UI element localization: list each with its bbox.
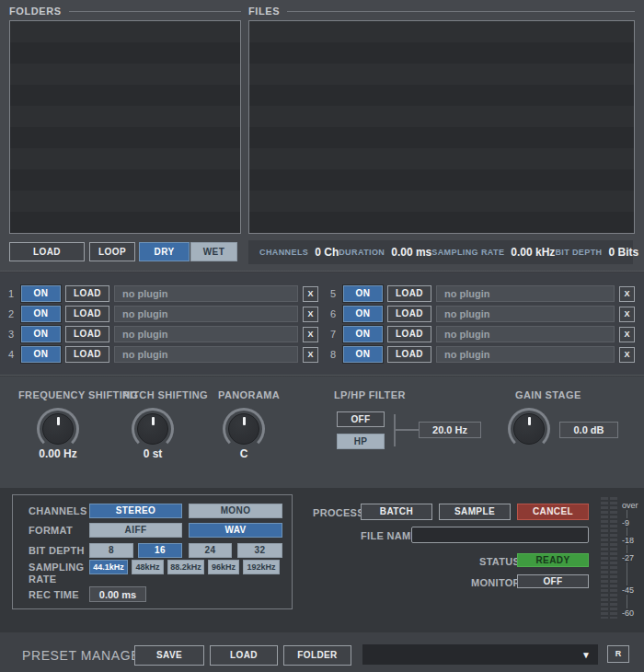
format-label: FORMAT <box>29 525 73 536</box>
plugin-name-field[interactable]: no plugin <box>436 346 615 363</box>
status-badge: READY <box>517 553 589 567</box>
plugin-name-field[interactable]: no plugin <box>114 326 298 342</box>
gain-stage-field[interactable]: 0.0 dB <box>559 422 618 438</box>
plugin-on-button[interactable]: ON <box>343 285 383 302</box>
rate-44-toggle[interactable]: 44.1kHz <box>89 560 128 574</box>
filter-hp-button[interactable]: HP <box>337 434 385 449</box>
plugin-remove-button[interactable]: X <box>619 327 635 342</box>
plugin-slot-number: 5 <box>328 288 339 299</box>
plugin-load-button[interactable]: LOAD <box>387 326 431 342</box>
plugin-remove-button[interactable]: X <box>303 286 318 302</box>
plugin-load-button[interactable]: LOAD <box>387 306 431 322</box>
preset-folder-button[interactable]: FOLDER <box>283 645 351 666</box>
plugin-remove-button[interactable]: X <box>619 286 635 302</box>
knob-body <box>513 413 545 445</box>
files-title: FILES <box>248 6 280 17</box>
files-list[interactable] <box>248 20 635 234</box>
stereo-toggle[interactable]: STEREO <box>89 504 182 518</box>
plugin-slot-number: 7 <box>328 329 339 340</box>
wet-toggle[interactable]: WET <box>190 242 237 261</box>
plugin-on-button[interactable]: ON <box>21 326 61 342</box>
plugin-on-button[interactable]: ON <box>343 346 383 363</box>
plugin-load-button[interactable]: LOAD <box>65 306 109 322</box>
plugin-on-button[interactable]: ON <box>21 306 61 322</box>
filter-label: LP/HP FILTER <box>334 389 406 400</box>
plugin-remove-button[interactable]: X <box>619 307 635 322</box>
aiff-toggle[interactable]: AIFF <box>89 523 182 538</box>
bit-depth-16-toggle[interactable]: 16 <box>138 543 182 558</box>
plugin-remove-button[interactable]: X <box>303 347 318 363</box>
files-header: FILES <box>248 6 635 17</box>
meter-bar-left <box>601 497 608 619</box>
plugin-slot-row: 7 ON LOAD no plugin X <box>328 326 635 342</box>
monitor-toggle[interactable]: OFF <box>517 574 589 588</box>
monitor-label: MONITOR <box>471 577 521 588</box>
divider <box>0 271 644 272</box>
plugin-slot-number: 6 <box>328 308 339 319</box>
plugin-remove-button[interactable]: X <box>303 327 318 342</box>
preset-dropdown[interactable]: ▼ <box>362 644 598 665</box>
sampling-rate-info: SAMPLING RATE 0.00 kHz <box>431 246 555 259</box>
rate-96-toggle[interactable]: 96kHz <box>208 560 239 574</box>
meter-tick-9: -9 <box>620 518 631 527</box>
load-folder-button[interactable]: LOAD <box>9 242 85 261</box>
plugin-slot-row: 6 ON LOAD no plugin X <box>328 306 635 322</box>
loop-button[interactable]: LOOP <box>89 242 135 261</box>
preset-load-button[interactable]: LOAD <box>210 645 278 666</box>
folders-list[interactable] <box>9 20 241 234</box>
plugin-on-button[interactable]: ON <box>21 285 61 302</box>
plugin-load-button[interactable]: LOAD <box>387 346 431 363</box>
plugin-load-button[interactable]: LOAD <box>65 346 109 363</box>
plugin-slot-number: 4 <box>6 349 17 360</box>
plugin-on-button[interactable]: ON <box>343 326 383 342</box>
file-name-input[interactable] <box>411 527 589 543</box>
mono-toggle[interactable]: MONO <box>189 504 282 518</box>
rate-192-toggle[interactable]: 192kHz <box>243 560 280 574</box>
plugin-remove-button[interactable]: X <box>303 307 318 322</box>
rate-48-toggle[interactable]: 48kHz <box>132 560 164 574</box>
rate-88-toggle[interactable]: 88.2kHz <box>167 560 204 574</box>
batch-button[interactable]: BATCH <box>361 504 432 520</box>
output-sampling-rate-label: SAMPLING RATE <box>29 562 86 585</box>
panorama-knob[interactable] <box>223 408 265 450</box>
plugin-on-button[interactable]: ON <box>343 306 383 322</box>
preset-reset-button[interactable]: R <box>607 645 629 663</box>
plugin-name-field[interactable]: no plugin <box>436 285 615 302</box>
dry-toggle[interactable]: DRY <box>139 242 190 261</box>
channels-info-label: CHANNELS <box>259 248 308 257</box>
plugin-name-field[interactable]: no plugin <box>114 285 298 302</box>
file-name-label: FILE NAME <box>361 530 418 541</box>
meter-tick-60: -60 <box>620 608 636 618</box>
plugin-slot-number: 8 <box>328 349 339 360</box>
plugin-name-field[interactable]: no plugin <box>436 306 615 322</box>
plugin-name-field[interactable]: no plugin <box>114 306 298 322</box>
preset-save-button[interactable]: SAVE <box>134 645 204 666</box>
pitch-shifting-label: PITCH SHIFTING <box>122 389 208 400</box>
plugin-remove-button[interactable]: X <box>619 347 635 363</box>
plugin-load-button[interactable]: LOAD <box>65 326 109 342</box>
plugin-name-field[interactable]: no plugin <box>114 346 298 363</box>
sample-button[interactable]: SAMPLE <box>439 504 511 520</box>
plugin-load-button[interactable]: LOAD <box>387 285 431 302</box>
panorama-label: PANORAMA <box>218 389 280 400</box>
knob-body <box>137 413 168 445</box>
duration-info: DURATION 0.00 ms <box>339 246 431 259</box>
plugin-load-button[interactable]: LOAD <box>65 285 109 302</box>
gain-stage-knob[interactable] <box>508 408 550 450</box>
plugin-slot-row: 4 ON LOAD no plugin X <box>6 346 318 363</box>
plugin-on-button[interactable]: ON <box>21 346 61 363</box>
wav-toggle[interactable]: WAV <box>189 523 282 538</box>
rec-time-field[interactable]: 0.00 ms <box>89 586 146 602</box>
filter-off-button[interactable]: OFF <box>337 411 385 427</box>
frequency-shifting-knob[interactable] <box>37 408 79 450</box>
folders-header: FOLDERS <box>9 6 241 17</box>
filter-frequency-field[interactable]: 20.0 Hz <box>419 422 481 438</box>
bit-depth-24-toggle[interactable]: 24 <box>189 543 232 558</box>
bit-depth-8-toggle[interactable]: 8 <box>89 543 133 558</box>
pitch-shifting-value: 0 st <box>116 447 190 460</box>
bit-depth-32-toggle[interactable]: 32 <box>237 543 282 558</box>
cancel-button[interactable]: CANCEL <box>517 504 589 520</box>
pitch-shifting-knob[interactable] <box>132 408 174 450</box>
plugin-name-field[interactable]: no plugin <box>436 326 615 342</box>
preset-manager-title: PRESET MANAGER <box>22 648 150 663</box>
